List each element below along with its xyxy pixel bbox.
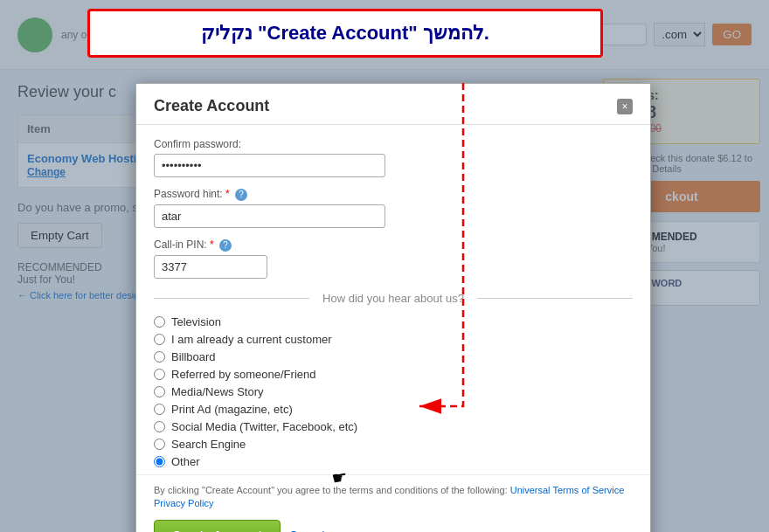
label-current-customer: I am already a current customer (171, 333, 332, 346)
arrow-indicator (376, 74, 551, 450)
radio-other[interactable] (154, 456, 165, 467)
label-search-engine: Search Engine (171, 438, 246, 451)
privacy-link[interactable]: Privacy Policy (154, 498, 213, 508)
label-other: Other (171, 455, 200, 468)
radio-billboard[interactable] (154, 351, 165, 363)
terms-link[interactable]: Universal Terms of Service (510, 485, 625, 495)
password-hint-input[interactable] (154, 204, 385, 228)
radio-current-customer[interactable] (154, 334, 165, 345)
modal-title: Create Account (154, 97, 269, 115)
label-referral: Referred by someone/Friend (171, 368, 315, 381)
footer-buttons: Create Account Cancel (154, 520, 633, 532)
pin-required-marker: * (210, 238, 214, 251)
callin-pin-help-icon[interactable]: ? (219, 239, 232, 252)
label-billboard: Billboard (171, 350, 216, 363)
radio-search-engine[interactable] (154, 439, 165, 450)
label-television: Television (171, 315, 221, 328)
label-print-ad: Print Ad (magazine, etc) (171, 403, 293, 416)
radio-referral[interactable] (154, 369, 165, 380)
create-account-button[interactable]: Create Account (154, 520, 281, 532)
modal-close-button[interactable]: × (617, 99, 633, 114)
mouse-cursor: ☛ (330, 466, 350, 490)
option-other: Other (154, 455, 633, 468)
label-media: Media/News Story (171, 385, 263, 398)
radio-print-ad[interactable] (154, 404, 165, 415)
cancel-button[interactable]: Cancel (289, 529, 324, 532)
radio-television[interactable] (154, 316, 165, 328)
footer-terms: By clicking "Create Account" you agree t… (154, 484, 633, 511)
confirm-password-input[interactable] (154, 154, 385, 177)
instruction-box: .להמשך "Create Account" נקליק (87, 9, 603, 58)
instruction-text: .להמשך "Create Account" נקליק (107, 22, 583, 45)
required-marker: * (225, 188, 230, 200)
divider-left (154, 298, 309, 299)
password-hint-help-icon[interactable]: ? (235, 189, 247, 201)
callin-pin-input[interactable] (154, 255, 267, 279)
radio-social-media[interactable] (154, 421, 165, 432)
modal-footer: By clicking "Create Account" you agree t… (136, 474, 650, 532)
radio-media[interactable] (154, 386, 165, 397)
label-social-media: Social Media (Twitter, Facebook, etc) (171, 420, 357, 433)
terms-text: By clicking "Create Account" you agree t… (154, 485, 508, 495)
